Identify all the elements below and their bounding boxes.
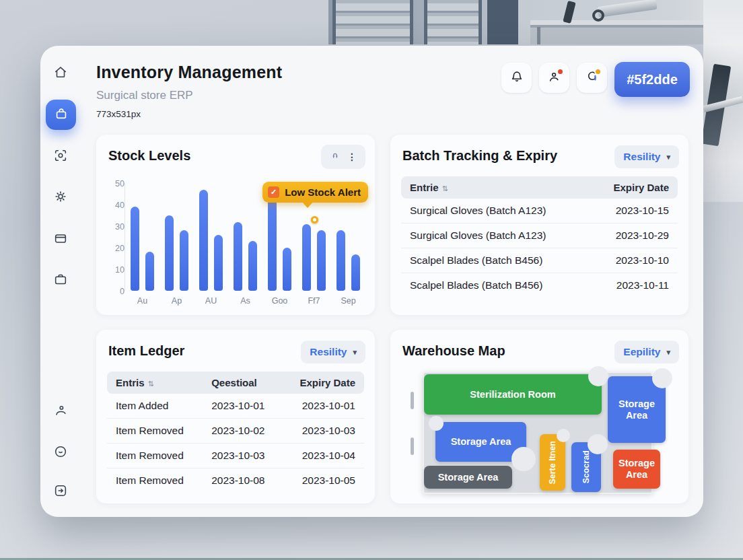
table-cell: 2023-10-03 (282, 419, 364, 444)
person-icon (53, 403, 68, 418)
ledger-filter-dropdown[interactable]: Resility ▾ (301, 341, 365, 363)
bar[interactable] (165, 215, 174, 291)
table-row[interactable]: Item Removed2023-10-022023-10-03 (107, 419, 364, 444)
map-scrollbar-mark (411, 392, 414, 409)
map-zone-strip[interactable]: Scocrad (571, 442, 601, 492)
batch-filter-dropdown[interactable]: Resility ▾ (614, 145, 679, 168)
chart-menu-button[interactable]: ⋮ (321, 145, 365, 169)
color-code-button[interactable]: #5f2dde (614, 62, 690, 97)
table-row[interactable]: Scalpel Blades (Batch B456)2023-10-11 (401, 273, 678, 298)
logout-icon (53, 483, 68, 498)
zone-label: Scocrad (580, 449, 592, 485)
sidebar-item-home[interactable] (53, 65, 68, 79)
notification-badge (594, 68, 602, 75)
sidebar-item-supplies[interactable] (53, 272, 68, 287)
zone-label: Storage Area (608, 397, 666, 422)
batch-tracking-title: Batch Tracking & Expiry (402, 148, 557, 164)
notification-badge (557, 68, 564, 75)
x-axis-label: Ff7 (297, 296, 331, 306)
bar[interactable] (214, 235, 223, 291)
table-cell: Item Removed (107, 444, 203, 468)
bar[interactable] (337, 230, 345, 291)
map-zone-sterilization-room[interactable]: Sterilization Room (424, 374, 602, 415)
bar[interactable] (268, 194, 277, 291)
table-cell: 2023-10-02 (203, 419, 282, 444)
column-header[interactable]: Entrie⇅ (401, 176, 589, 199)
table-cell: 2023-10-01 (282, 394, 364, 419)
column-header[interactable]: Entris⇅ (107, 372, 203, 394)
bar[interactable] (248, 241, 257, 291)
low-stock-alert-tooltip[interactable]: ✓ Low Stock Alert (262, 182, 368, 203)
column-header[interactable]: Expiry Date (282, 372, 364, 394)
column-header[interactable]: Expiry Date (589, 176, 678, 199)
table-row[interactable]: Item Added2023-10-012023-10-01 (107, 394, 364, 419)
background-photo-warehouse (328, 0, 743, 44)
sidebar-item-inventory[interactable] (46, 100, 76, 130)
table-cell: 2023-10-15 (589, 199, 678, 223)
stock-levels-card: Stock Levels ⋮ 50403020100 AuApAUAsGooFf… (96, 135, 375, 315)
box-icon (54, 106, 69, 124)
kebab-menu-icon[interactable]: ⋮ (347, 151, 357, 162)
wallet-icon (53, 231, 68, 246)
bar[interactable] (131, 207, 139, 291)
column-header[interactable]: Qeestioal (203, 372, 282, 394)
filter-label: Resility (623, 151, 660, 163)
photo-doorway (487, 0, 518, 44)
warehouse-filter-dropdown[interactable]: Eepility ▾ (614, 341, 679, 363)
sidebar-item-users[interactable] (53, 403, 68, 418)
bar[interactable] (317, 230, 326, 291)
batch-tracking-card: Batch Tracking & Expiry Resility ▾ Entri… (390, 135, 688, 315)
table-cell: Surgical Gloves (Batch A123) (401, 199, 589, 223)
sort-icon[interactable]: ⇅ (148, 380, 154, 388)
bar[interactable] (302, 224, 311, 291)
photo-bench-leg (537, 27, 540, 44)
ledger-table: Entris⇅ Qeestioal Expiry Date Item Added… (107, 372, 364, 493)
table-row[interactable]: Surgical Gloves (Batch A123)2023-10-29 (401, 223, 678, 248)
table-row[interactable]: Surgical Gloves (Batch A123)2023-10-15 (401, 199, 678, 223)
table-header-row: Entris⇅ Qeestioal Expiry Date (107, 372, 364, 394)
table-cell: Item Removed (107, 419, 203, 444)
bar[interactable] (180, 230, 188, 291)
sidebar-item-wallet[interactable] (53, 231, 68, 246)
chevron-down-icon: ▾ (666, 153, 670, 162)
sidebar-item-scan[interactable] (53, 148, 68, 163)
table-row[interactable]: Item Removed2023-10-082023-10-05 (107, 468, 364, 493)
sidebar-item-help[interactable] (53, 444, 68, 459)
filter-label: Eepility (623, 346, 660, 358)
scan-icon (53, 148, 68, 163)
user-button[interactable] (539, 63, 569, 93)
bar[interactable] (145, 252, 154, 291)
map-zone-storage-area[interactable]: Storage Area (435, 422, 526, 462)
table-cell: Item Removed (107, 468, 203, 493)
bar[interactable] (283, 248, 291, 291)
table-cell: 2023-10-03 (203, 444, 282, 468)
page-title: Inventory Management (96, 63, 282, 82)
sidebar-item-logout[interactable] (53, 483, 68, 498)
assistant-button[interactable] (577, 63, 607, 93)
bar[interactable] (234, 222, 242, 291)
map-zone-strip[interactable]: Serte Itnen (540, 434, 565, 491)
bar-group: Ap (160, 183, 194, 291)
table-header-row: Entrie⇅ Expiry Date (401, 176, 678, 199)
y-axis: 50403020100 (106, 183, 125, 291)
table-row[interactable]: Scalpel Blades (Batch B456)2023-10-10 (401, 248, 678, 273)
magnet-icon (330, 150, 341, 164)
sidebar-item-settings[interactable] (53, 189, 68, 204)
map-zone-storage-area[interactable]: Storage Area (608, 376, 666, 443)
bar[interactable] (199, 190, 208, 291)
sort-icon[interactable]: ⇅ (442, 184, 448, 193)
bar[interactable] (351, 254, 360, 291)
table-row[interactable]: Item Removed2023-10-032023-10-04 (107, 444, 364, 468)
map-scrollbar-mark (411, 438, 414, 455)
low-stock-alert-label: Low Stock Alert (285, 186, 361, 198)
table-cell: Scalpel Blades (Batch B456) (401, 273, 589, 298)
notifications-button[interactable] (501, 63, 532, 93)
table-cell: Surgical Gloves (Batch A123) (401, 223, 589, 248)
photo-shelf (332, 0, 413, 44)
map-zone-storage-area[interactable]: Storage Area (613, 450, 660, 489)
bar-group: Au (125, 183, 160, 291)
table-cell: 2023-10-29 (589, 223, 678, 248)
map-zone-storage-area[interactable]: Storage Area (424, 466, 512, 489)
table-cell: 2023-10-10 (589, 248, 678, 273)
bar-group: AU (194, 183, 228, 291)
